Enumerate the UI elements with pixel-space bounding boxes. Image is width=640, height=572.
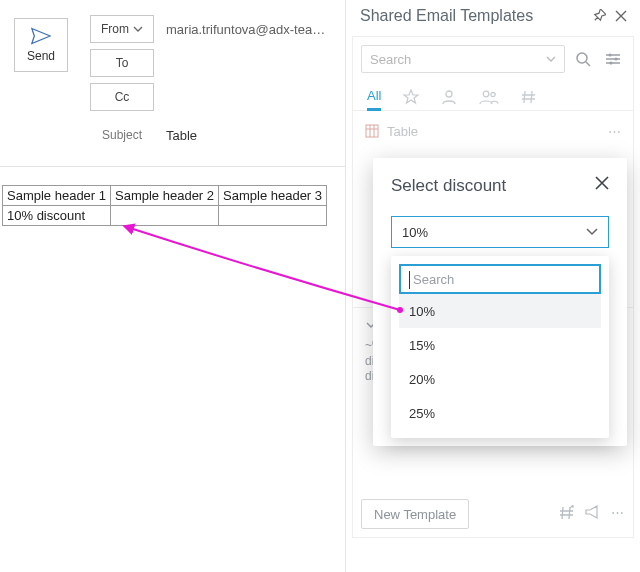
panel-footer: New Template ⋯	[361, 499, 625, 529]
dropdown-search-placeholder: Search	[413, 272, 454, 287]
search-icon[interactable]	[571, 47, 595, 71]
hash-action-icon[interactable]	[559, 505, 575, 524]
table-header-cell[interactable]: Sample header 2	[111, 186, 219, 206]
announce-icon[interactable]	[585, 505, 601, 524]
cc-button[interactable]: Cc	[90, 83, 154, 111]
close-icon[interactable]	[610, 10, 632, 22]
svg-point-2	[615, 58, 618, 61]
people-icon	[479, 89, 499, 105]
new-template-button[interactable]: New Template	[361, 499, 469, 529]
table-cell[interactable]: 10% discount	[3, 206, 111, 226]
svg-point-1	[609, 54, 612, 57]
divider	[0, 166, 345, 167]
from-label: From	[101, 22, 129, 36]
chevron-down-icon	[586, 228, 598, 236]
list-item[interactable]: Table ⋯	[359, 117, 627, 145]
svg-point-0	[577, 53, 587, 63]
hash-icon	[521, 89, 537, 105]
table-header-cell[interactable]: Sample header 3	[219, 186, 327, 206]
chevron-down-icon	[546, 56, 556, 62]
dropdown-search-input[interactable]: Search	[399, 264, 601, 294]
discount-dropdown[interactable]: 10%	[391, 216, 609, 248]
dropdown-list: Search 10% 15% 20% 25%	[391, 256, 609, 438]
dialog-close-button[interactable]	[591, 172, 613, 194]
panel-title: Shared Email Templates	[360, 7, 588, 25]
more-icon[interactable]: ⋯	[611, 505, 625, 524]
settings-sliders-icon[interactable]	[601, 47, 625, 71]
send-label: Send	[27, 49, 55, 63]
templates-list: Table ⋯	[353, 111, 633, 151]
send-icon	[31, 27, 51, 45]
panel-header: Shared Email Templates	[346, 0, 640, 32]
table-row: 10% discount	[3, 206, 327, 226]
to-label: To	[116, 56, 129, 70]
list-item-label: Table	[387, 124, 418, 139]
cc-label: Cc	[115, 90, 130, 104]
chevron-down-icon	[133, 26, 143, 32]
tab-favorites[interactable]	[403, 83, 419, 110]
table-cell[interactable]	[219, 206, 327, 226]
table-row: Sample header 1 Sample header 2 Sample h…	[3, 186, 327, 206]
table-cell[interactable]	[111, 206, 219, 226]
search-placeholder: Search	[370, 52, 546, 67]
panel-search-input[interactable]: Search	[361, 45, 565, 73]
dropdown-option[interactable]: 25%	[399, 396, 601, 430]
to-button[interactable]: To	[90, 49, 154, 77]
pin-icon[interactable]	[588, 9, 610, 23]
compose-header: Send From maria.trifuntova@adx-tea… To C…	[0, 0, 345, 160]
from-value: maria.trifuntova@adx-tea…	[166, 22, 325, 37]
svg-point-4	[446, 91, 452, 97]
svg-point-3	[610, 62, 613, 65]
from-button[interactable]: From	[90, 15, 154, 43]
svg-point-5	[484, 91, 490, 97]
dropdown-option[interactable]: 15%	[399, 328, 601, 362]
select-discount-dialog: Select discount 10% Search 10% 15% 20% 2…	[373, 158, 627, 446]
table-icon	[365, 124, 379, 138]
tabs: All	[353, 79, 633, 111]
person-icon	[441, 89, 457, 105]
dropdown-option[interactable]: 10%	[399, 294, 601, 328]
tab-personal[interactable]	[441, 83, 457, 110]
subject-label: Subject	[90, 128, 154, 142]
tab-all[interactable]: All	[367, 84, 381, 111]
compose-pane: Send From maria.trifuntova@adx-tea… To C…	[0, 0, 346, 572]
dropdown-value: 10%	[402, 225, 586, 240]
table-header-cell[interactable]: Sample header 1	[3, 186, 111, 206]
tab-tags[interactable]	[521, 83, 537, 110]
item-menu-icon[interactable]: ⋯	[608, 124, 621, 139]
dropdown-option[interactable]: 20%	[399, 362, 601, 396]
body-table[interactable]: Sample header 1 Sample header 2 Sample h…	[2, 185, 327, 226]
dialog-title: Select discount	[391, 176, 609, 196]
subject-value[interactable]: Table	[166, 128, 197, 143]
close-icon	[594, 175, 610, 191]
svg-rect-7	[366, 125, 378, 137]
star-icon	[403, 89, 419, 105]
tab-team[interactable]	[479, 83, 499, 110]
send-button[interactable]: Send	[14, 18, 68, 72]
svg-point-6	[491, 92, 495, 96]
